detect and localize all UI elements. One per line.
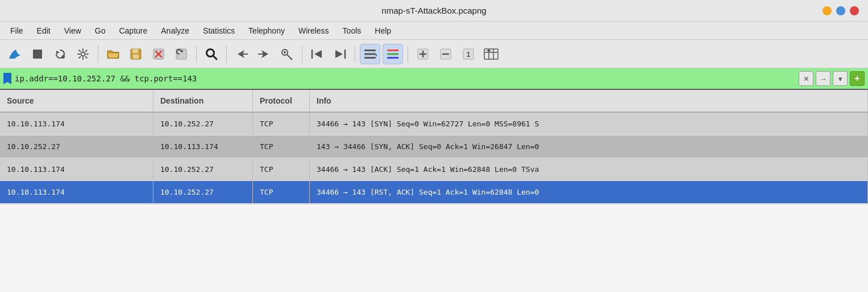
go-forward-button[interactable] (254, 44, 275, 64)
resize-columns-button[interactable] (481, 44, 501, 64)
menu-analyze[interactable]: Analyze (155, 24, 195, 38)
cell-destination: 10.10.113.174 (153, 135, 253, 158)
cell-source: 10.10.113.174 (0, 181, 153, 203)
toolbar-separator-1 (98, 46, 98, 63)
close-file-button[interactable] (148, 44, 169, 64)
svg-marker-26 (376, 54, 377, 57)
svg-marker-20 (314, 50, 322, 58)
cell-protocol: TCP (253, 113, 310, 135)
svg-line-13 (213, 55, 217, 59)
svg-text:1: 1 (467, 51, 471, 59)
menu-bar: File Edit View Go Capture Analyze Statis… (0, 22, 868, 40)
cell-info: 143 → 34466 [SYN, ACK] Seq=0 Ack=1 Win=2… (310, 135, 868, 158)
svg-point-3 (81, 52, 85, 56)
menu-telephony[interactable]: Telephony (243, 24, 290, 38)
menu-statistics[interactable]: Statistics (197, 24, 240, 38)
svg-point-2 (61, 55, 65, 59)
toolbar-separator-2 (196, 46, 197, 63)
svg-rect-25 (364, 57, 376, 59)
column-header-info: Info (310, 90, 868, 112)
reload-button[interactable] (171, 44, 192, 64)
window-title: nmap-sT-AttackBox.pcapng (381, 6, 486, 15)
svg-rect-6 (133, 55, 139, 59)
find-packet-button[interactable] (201, 44, 222, 64)
toolbar: 1 (0, 40, 868, 68)
toolbar-separator-6 (408, 46, 408, 63)
cell-info: 34466 → 143 [ACK] Seq=1 Ack=1 Win=62848 … (310, 158, 868, 180)
svg-rect-29 (387, 57, 398, 59)
filter-add-button[interactable]: + (850, 71, 865, 86)
title-bar: nmap-sT-AttackBox.pcapng (0, 0, 868, 22)
minimize-button[interactable] (823, 6, 832, 15)
menu-file[interactable]: File (5, 24, 29, 38)
filter-input[interactable]: ip.addr==10.10.252.27 && tcp.port==143 (15, 71, 795, 86)
table-row-selected[interactable]: 10.10.113.174 10.10.252.27 TCP 34466 → 1… (0, 181, 868, 204)
filter-bar: ip.addr==10.10.252.27 && tcp.port==143 ✕… (0, 68, 868, 90)
window-controls (823, 6, 859, 15)
menu-go[interactable]: Go (89, 24, 111, 38)
filter-controls: ✕ → ▾ + (799, 71, 865, 86)
menu-edit[interactable]: Edit (31, 24, 56, 38)
toolbar-separator-5 (355, 46, 355, 63)
maximize-button[interactable] (836, 6, 845, 15)
column-header-destination: Destination (153, 90, 253, 112)
bottom-empty-area (0, 204, 868, 292)
svg-marker-22 (335, 50, 343, 58)
svg-rect-24 (364, 53, 376, 55)
table-row[interactable]: 10.10.252.27 10.10.113.174 TCP 143 → 344… (0, 135, 868, 158)
column-header-source: Source (0, 90, 153, 112)
cell-protocol: TCP (253, 135, 310, 158)
normal-size-button[interactable]: 1 (458, 44, 479, 64)
cell-destination: 10.10.252.27 (153, 181, 253, 203)
go-back-button[interactable] (231, 44, 252, 64)
toolbar-separator-4 (302, 46, 302, 63)
cell-destination: 10.10.252.27 (153, 113, 253, 135)
zoom-in-button[interactable] (413, 44, 433, 64)
colorize-button[interactable] (383, 44, 403, 64)
svg-rect-23 (364, 50, 376, 51)
cell-source: 10.10.252.27 (0, 135, 153, 158)
table-row[interactable]: 10.10.113.174 10.10.252.27 TCP 34466 → 1… (0, 113, 868, 135)
main-content: Source Destination Protocol Info 10.10.1… (0, 90, 868, 292)
cell-source: 10.10.113.174 (0, 158, 153, 180)
table-row[interactable]: 10.10.113.174 10.10.252.27 TCP 34466 → 1… (0, 158, 868, 181)
last-packet-button[interactable] (330, 44, 350, 64)
menu-capture[interactable]: Capture (113, 24, 153, 38)
options-icon[interactable] (73, 44, 93, 64)
menu-view[interactable]: View (59, 24, 87, 38)
svg-marker-1 (56, 51, 60, 54)
jump-to-button[interactable] (277, 44, 297, 64)
stop-capture-button[interactable] (27, 44, 48, 64)
svg-rect-0 (33, 50, 42, 59)
filter-arrow-button[interactable]: → (816, 71, 830, 86)
menu-tools[interactable]: Tools (337, 24, 367, 38)
cell-source: 10.10.113.174 (0, 113, 153, 135)
cell-protocol: TCP (253, 181, 310, 203)
cell-info: 34466 → 143 [RST, ACK] Seq=1 Ack=1 Win=6… (310, 181, 868, 203)
svg-rect-5 (132, 49, 138, 53)
cell-protocol: TCP (253, 158, 310, 180)
save-file-button[interactable] (126, 44, 146, 64)
svg-rect-28 (387, 53, 398, 55)
menu-wireless[interactable]: Wireless (293, 24, 335, 38)
menu-help[interactable]: Help (369, 24, 397, 38)
cell-info: 34466 → 143 [SYN] Seq=0 Win=62727 Len=0 … (310, 113, 868, 135)
table-header: Source Destination Protocol Info (0, 90, 868, 113)
svg-rect-27 (387, 50, 398, 51)
cell-destination: 10.10.252.27 (153, 158, 253, 180)
open-file-button[interactable] (103, 44, 123, 64)
svg-marker-42 (489, 50, 491, 52)
zoom-out-button[interactable] (435, 44, 456, 64)
svg-marker-41 (487, 50, 489, 52)
svg-rect-37 (484, 49, 498, 59)
autoscroll-button[interactable] (360, 44, 380, 64)
filter-clear-button[interactable]: ✕ (799, 71, 813, 86)
first-packet-button[interactable] (307, 44, 327, 64)
shark-fin-icon[interactable] (5, 44, 25, 64)
filter-bookmark-icon (3, 73, 11, 84)
svg-point-17 (284, 51, 286, 54)
column-header-protocol: Protocol (253, 90, 310, 112)
restart-capture-button[interactable] (50, 44, 70, 64)
close-button[interactable] (850, 6, 859, 15)
filter-dropdown-button[interactable]: ▾ (833, 71, 848, 86)
